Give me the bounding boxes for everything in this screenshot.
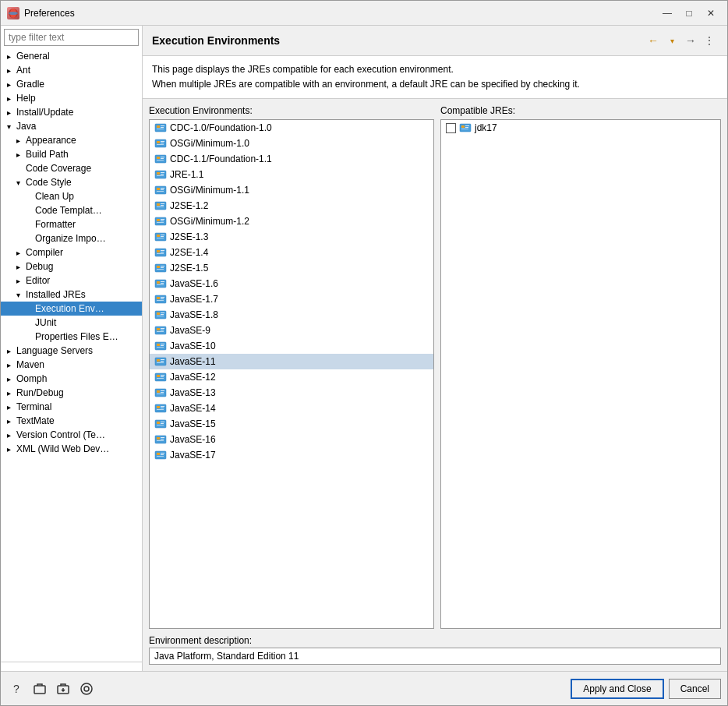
- sidebar-item-textmate[interactable]: TextMate: [1, 414, 142, 428]
- sidebar-item-java[interactable]: Java: [1, 119, 142, 133]
- svg-rect-7: [157, 129, 164, 129]
- sidebar-item-junit[interactable]: JUnit: [1, 316, 142, 330]
- svg-rect-50: [161, 266, 164, 267]
- svg-rect-29: [157, 203, 160, 206]
- env-list-item[interactable]: J2SE-1.3: [150, 229, 433, 245]
- env-item-icon: [154, 387, 167, 399]
- sidebar-item-execution-env[interactable]: Execution Env…: [1, 302, 142, 316]
- minimize-button[interactable]: —: [657, 5, 677, 21]
- env-list-item[interactable]: JavaSE-14: [150, 401, 433, 416]
- panel-toolbar: ← ▾ → ⋮: [645, 32, 718, 49]
- env-list-item[interactable]: JavaSE-17: [150, 447, 433, 463]
- env-list-item[interactable]: JavaSE-1.7: [150, 291, 433, 307]
- sidebar-item-run-debug[interactable]: Run/Debug: [1, 386, 142, 400]
- env-list-item[interactable]: OSGi/Minimum-1.1: [150, 182, 433, 198]
- tree-arrow-editor: [16, 277, 26, 285]
- env-list-item[interactable]: JavaSE-1.6: [150, 276, 433, 291]
- back-button[interactable]: ←: [645, 32, 662, 49]
- env-list-item[interactable]: CDC-1.0/Foundation-1.0: [150, 120, 433, 136]
- jre-list[interactable]: jdk17: [440, 119, 721, 629]
- env-item-icon: [154, 324, 167, 337]
- sidebar-item-editor[interactable]: Editor: [1, 274, 142, 288]
- env-list-item[interactable]: JavaSE-12: [150, 369, 433, 385]
- env-list-item[interactable]: J2SE-1.5: [150, 260, 433, 276]
- env-list-item[interactable]: JavaSE-13: [150, 385, 433, 401]
- env-desc-input[interactable]: [149, 648, 721, 665]
- env-item-icon: [154, 433, 167, 446]
- sidebar-item-debug[interactable]: Debug: [1, 259, 142, 274]
- svg-rect-52: [157, 269, 164, 270]
- sidebar-item-formatter[interactable]: Formatter: [1, 217, 142, 231]
- env-list-item[interactable]: JavaSE-15: [150, 416, 433, 432]
- back-dropdown-button[interactable]: ▾: [663, 32, 680, 49]
- svg-rect-9: [157, 141, 160, 143]
- sidebar-item-install-update[interactable]: Install/Update: [1, 105, 142, 119]
- env-list-item[interactable]: JRE-1.1: [150, 167, 433, 182]
- env-list-item[interactable]: CDC-1.1/Foundation-1.1: [150, 151, 433, 167]
- env-list-item[interactable]: J2SE-1.4: [150, 245, 433, 260]
- sidebar-item-language-servers[interactable]: Language Servers: [1, 344, 142, 358]
- env-list-item[interactable]: JavaSE-1.8: [150, 307, 433, 323]
- sidebar-item-xml[interactable]: XML (Wild Web Dev…: [1, 442, 142, 456]
- forward-button[interactable]: →: [682, 32, 699, 49]
- env-item-icon: [154, 122, 167, 134]
- env-item-label: JavaSE-12: [170, 372, 216, 383]
- menu-button[interactable]: ⋮: [701, 32, 718, 49]
- tree-arrow-gradle: [7, 80, 16, 89]
- sidebar-item-code-templates[interactable]: Code Templat…: [1, 203, 142, 217]
- sidebar-item-version-control[interactable]: Version Control (Te…: [1, 428, 142, 442]
- close-button[interactable]: ✕: [701, 5, 721, 21]
- jre-list-item[interactable]: jdk17: [441, 120, 720, 136]
- sidebar-label-general: General: [16, 51, 50, 62]
- sidebar-item-code-style[interactable]: Code Style: [1, 175, 142, 189]
- svg-rect-10: [161, 141, 164, 142]
- svg-rect-105: [161, 437, 164, 438]
- sidebar-item-installed-jres[interactable]: Installed JREs: [1, 288, 142, 302]
- sidebar-scrollbar[interactable]: [1, 662, 142, 671]
- apply-close-button[interactable]: Apply and Close: [571, 679, 663, 699]
- env-list-item[interactable]: JavaSE-9: [150, 323, 433, 338]
- sidebar-item-clean-up[interactable]: Clean Up: [1, 189, 142, 203]
- sidebar-item-build-path[interactable]: Build Path: [1, 147, 142, 161]
- svg-rect-114: [461, 125, 465, 128]
- sidebar-item-maven[interactable]: Maven: [1, 358, 142, 372]
- svg-rect-67: [157, 316, 164, 316]
- env-item-icon: [154, 340, 167, 352]
- jre-item-label: jdk17: [475, 122, 497, 133]
- env-list-item[interactable]: OSGi/Minimum-1.2: [150, 214, 433, 229]
- maximize-button[interactable]: □: [679, 5, 699, 21]
- sidebar-item-oomph[interactable]: Oomph: [1, 372, 142, 386]
- env-item-icon: [154, 184, 167, 196]
- env-list-item[interactable]: JavaSE-11: [150, 354, 433, 369]
- env-list-item[interactable]: JavaSE-10: [150, 338, 433, 354]
- svg-rect-118: [34, 686, 45, 694]
- sidebar-item-code-coverage[interactable]: Code Coverage: [1, 161, 142, 175]
- cancel-button[interactable]: Cancel: [669, 679, 721, 699]
- sidebar-item-gradle[interactable]: Gradle: [1, 77, 142, 91]
- sidebar-label-installed-jres: Installed JREs: [26, 289, 86, 300]
- tree-arrow-build-path: [16, 150, 26, 159]
- sidebar-item-appearance[interactable]: Appearance: [1, 133, 142, 147]
- jre-checkbox[interactable]: [446, 123, 456, 133]
- env-list-item[interactable]: JavaSE-16: [150, 432, 433, 447]
- main-content: GeneralAntGradleHelpInstall/UpdateJavaAp…: [1, 26, 727, 671]
- sidebar-item-ant[interactable]: Ant: [1, 63, 142, 77]
- sidebar-item-properties-files[interactable]: Properties Files E…: [1, 330, 142, 344]
- import-icon[interactable]: [54, 680, 72, 698]
- export-icon[interactable]: [30, 680, 49, 698]
- help-icon[interactable]: ?: [7, 680, 26, 698]
- panel-body: Execution Environments: CDC-1.0/Foundati…: [143, 99, 727, 671]
- sidebar-item-organize-imports[interactable]: Organize Impo…: [1, 231, 142, 245]
- svg-rect-11: [161, 143, 164, 143]
- sidebar-item-general[interactable]: General: [1, 49, 142, 63]
- sidebar-item-compiler[interactable]: Compiler: [1, 245, 142, 259]
- filter-input[interactable]: [4, 29, 139, 46]
- env-list-item[interactable]: J2SE-1.2: [150, 198, 433, 214]
- sidebar-item-help[interactable]: Help: [1, 91, 142, 105]
- sidebar-item-terminal[interactable]: Terminal: [1, 400, 142, 414]
- env-list[interactable]: CDC-1.0/Foundation-1.0OSGi/Minimum-1.0CD…: [149, 119, 434, 629]
- env-list-item[interactable]: OSGi/Minimum-1.0: [150, 136, 433, 151]
- sidebar-label-code-style: Code Style: [26, 177, 72, 188]
- title-bar: Preferences — □ ✕: [1, 1, 727, 26]
- settings-icon[interactable]: [77, 680, 96, 698]
